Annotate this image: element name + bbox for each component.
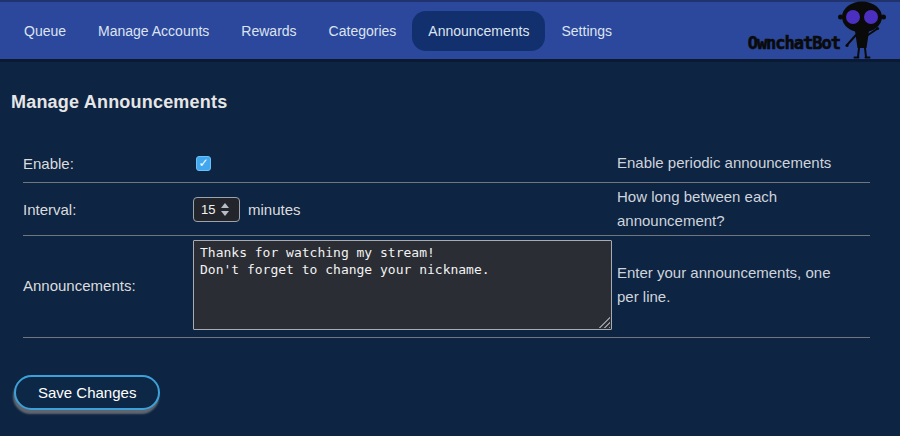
- nav-item-categories[interactable]: Categories: [313, 11, 413, 51]
- interval-control-cell: minutes: [193, 197, 617, 222]
- enable-label: Enable:: [23, 155, 193, 172]
- announcements-form: Enable: ✓ Enable periodic announcements …: [23, 144, 870, 338]
- page-title: Manage Announcements: [11, 92, 900, 113]
- form-row-announcements: Announcements: Thanks for watching my st…: [23, 236, 870, 338]
- form-row-enable: Enable: ✓ Enable periodic announcements: [23, 144, 870, 183]
- announcements-control-cell: Thanks for watching my stream! Don't for…: [193, 240, 617, 330]
- nav-item-manage-accounts[interactable]: Manage Accounts: [82, 11, 225, 51]
- navbar: Queue Manage Accounts Rewards Categories…: [0, 0, 900, 62]
- robot-mascot-icon: [838, 1, 886, 59]
- announcements-label: Announcements:: [23, 277, 193, 294]
- nav-item-announcements[interactable]: Announcements: [412, 11, 545, 51]
- enable-checkbox[interactable]: ✓: [196, 156, 211, 171]
- announcements-help-text: Enter your announcements, one per line.: [617, 261, 853, 309]
- brand-name: OwnchatBot: [748, 33, 840, 53]
- nav-item-settings[interactable]: Settings: [545, 11, 628, 51]
- nav-item-queue[interactable]: Queue: [8, 11, 82, 51]
- spinner-down-icon[interactable]: [221, 211, 229, 216]
- number-spinner[interactable]: [221, 203, 229, 216]
- interval-help-text: How long between each announcement?: [617, 185, 853, 233]
- form-row-interval: Interval: minutes How long between each …: [23, 183, 870, 236]
- nav-items: Queue Manage Accounts Rewards Categories…: [8, 11, 628, 51]
- announcements-textarea[interactable]: Thanks for watching my stream! Don't for…: [193, 240, 612, 330]
- enable-help-text: Enable periodic announcements: [617, 151, 853, 175]
- save-changes-button[interactable]: Save Changes: [14, 375, 160, 410]
- brand-logo: OwnchatBot: [748, 1, 886, 59]
- interval-number-input[interactable]: [193, 197, 240, 222]
- spinner-up-icon[interactable]: [221, 203, 229, 208]
- interval-input[interactable]: [194, 202, 220, 217]
- enable-control-cell: ✓: [193, 156, 617, 171]
- interval-unit-label: minutes: [248, 201, 301, 218]
- interval-label: Interval:: [23, 201, 193, 218]
- check-icon: ✓: [198, 157, 208, 169]
- nav-item-rewards[interactable]: Rewards: [225, 11, 312, 51]
